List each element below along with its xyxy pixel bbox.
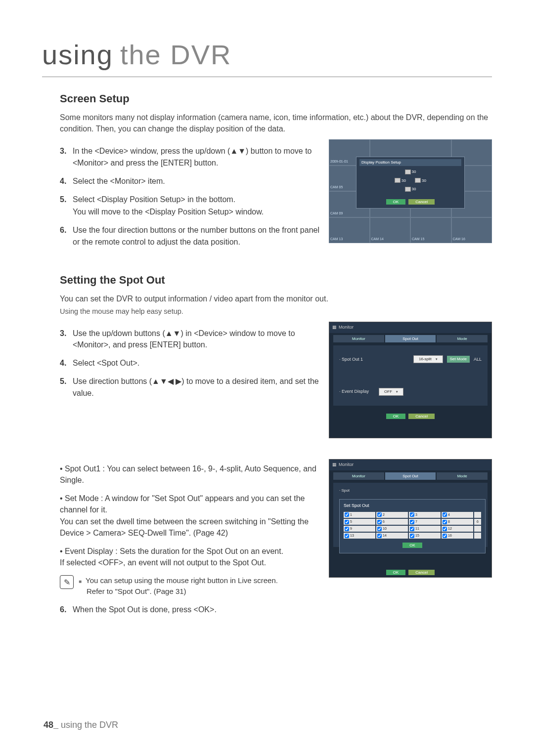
- checkbox-icon[interactable]: [410, 534, 414, 538]
- side-cell: 6: [474, 519, 481, 525]
- step: 4.Select <Spot Out>.: [60, 357, 320, 369]
- event-display-dropdown[interactable]: OFF: [379, 388, 403, 396]
- spot-out-intro: You can set the DVR to output informatio…: [60, 293, 492, 304]
- checkbox-icon[interactable]: [377, 520, 382, 524]
- monitor-tabs: Monitor Spot Out Mode: [333, 335, 488, 343]
- spot-out-1-dropdown[interactable]: 16-split: [413, 355, 443, 363]
- screen-setup-steps: 3.In the <Device> window, press the up/d…: [60, 145, 320, 247]
- dps-dialog-title: Display Position Setup: [359, 159, 461, 166]
- tab-spot-out[interactable]: Spot Out: [385, 335, 436, 343]
- page-title-rule: using the DVR: [42, 35, 492, 77]
- page-footer: 48_ using the DVR: [44, 718, 118, 731]
- display-position-setup-mock: 2009-01-01 2009-01-01 00:00:25 CAM 05 CA…: [329, 139, 492, 243]
- bullet: Set Mode : A window for "Set Spot Out" a…: [60, 493, 320, 539]
- checkbox-icon[interactable]: [377, 512, 382, 517]
- channel-checkbox[interactable]: 15: [409, 533, 441, 539]
- channel-checkbox[interactable]: 12: [442, 526, 473, 532]
- checkbox-icon[interactable]: [345, 520, 349, 524]
- checkbox-icon[interactable]: [345, 527, 349, 531]
- bullet: Spot Out1 : You can select between 16-, …: [60, 463, 320, 486]
- checkbox-icon[interactable]: [410, 527, 414, 531]
- tab-monitor-2[interactable]: Monitor: [333, 472, 384, 480]
- channel-checkbox[interactable]: 10: [376, 526, 408, 532]
- channel-checkbox[interactable]: 1: [344, 512, 375, 518]
- side-cell: [474, 533, 481, 539]
- arrow-up-icon[interactable]: [405, 169, 411, 174]
- title-rest: the DVR: [120, 35, 232, 75]
- side-cell: [474, 512, 481, 518]
- bullet: Event Display : Sets the duration for th…: [60, 546, 320, 568]
- channel-checkbox[interactable]: 11: [409, 526, 441, 532]
- screen-setup-heading: Screen Setup: [60, 91, 492, 107]
- dps-dialog[interactable]: Display Position Setup 30 30 30 30 OK Ca…: [356, 157, 465, 209]
- spot-out-step6: 6.When the Spot Out is done, press <OK>.: [60, 604, 320, 615]
- set-spot-out-mock: ▦ Monitor Monitor Spot Out Mode · Spot ·…: [329, 459, 492, 578]
- set-mode-button[interactable]: Set Mode: [447, 356, 470, 363]
- footer-label: using the DVR: [61, 720, 118, 730]
- spot-out-ok-button[interactable]: OK: [386, 414, 406, 419]
- step: 3.Use the up/down buttons (▲▼) in <Devic…: [60, 328, 320, 350]
- step: 6.Use the four direction buttons or the …: [60, 224, 320, 247]
- title-prefix: using: [42, 35, 113, 75]
- tab-spot-out-2[interactable]: Spot Out: [385, 472, 436, 480]
- channel-checkbox[interactable]: 7: [409, 519, 441, 525]
- dps-ok-button[interactable]: OK: [386, 199, 406, 205]
- step: 5.Use direction buttons (▲▼◀ ▶) to move …: [60, 376, 320, 398]
- tab-mode[interactable]: Mode: [437, 335, 488, 343]
- monitor-icon: ▦: [332, 462, 337, 468]
- spot-out-heading: Setting the Spot Out: [60, 272, 492, 288]
- checkbox-icon[interactable]: [443, 534, 447, 538]
- tab-monitor[interactable]: Monitor: [333, 335, 384, 343]
- tab-mode-2[interactable]: Mode: [437, 472, 488, 480]
- spot-out-panel-mock: ▦ Monitor Monitor Spot Out Mode · Spot O…: [329, 322, 492, 438]
- mouse-note: Using the mouse may help easy setup.: [60, 306, 492, 317]
- step: 4.Select the <Monitor> item.: [60, 175, 320, 187]
- channel-checkbox[interactable]: 4: [442, 512, 473, 518]
- checkbox-icon[interactable]: [345, 534, 349, 538]
- note-icon: ✎: [60, 575, 74, 589]
- step: 6.When the Spot Out is done, press <OK>.: [60, 604, 320, 615]
- spot-out-bullets: Spot Out1 : You can select between 16-, …: [60, 463, 320, 569]
- spot-out-steps: 3.Use the up/down buttons (▲▼) in <Devic…: [60, 328, 320, 399]
- checkbox-icon[interactable]: [410, 512, 414, 517]
- arrow-left-icon[interactable]: [395, 178, 400, 183]
- page-title: using the DVR: [42, 35, 492, 75]
- arrow-right-icon[interactable]: [415, 178, 421, 183]
- sso-ok-button[interactable]: OK: [402, 543, 422, 548]
- checkbox-icon[interactable]: [345, 512, 349, 517]
- screen-setup-intro: Some monitors many not display informati…: [60, 112, 492, 134]
- channel-checkbox[interactable]: 14: [376, 533, 408, 539]
- channel-checkbox[interactable]: 5: [344, 519, 375, 525]
- channel-checkbox[interactable]: 6: [376, 519, 408, 525]
- page-number: 48_: [44, 720, 58, 730]
- side-cell: [474, 526, 481, 532]
- checkbox-icon[interactable]: [443, 512, 447, 517]
- spot-out-panel-body: · Spot Out 1 16-split Set Mode ALL · Eve…: [333, 345, 488, 405]
- channel-checkbox[interactable]: 16: [442, 533, 473, 539]
- checkbox-icon[interactable]: [410, 520, 414, 524]
- checkbox-icon[interactable]: [443, 527, 447, 531]
- tip-row: ✎ ■You can setup using the mouse right b…: [60, 575, 320, 597]
- spot-out-cancel-button[interactable]: Cancel: [408, 414, 435, 419]
- monitor-window-title-2: ▦ Monitor: [329, 460, 491, 470]
- bullet-square-icon: ■: [79, 579, 82, 584]
- channel-checkbox[interactable]: 8: [442, 519, 473, 525]
- set-spot-out-dialog[interactable]: Set Spot Out 123456786910111213141516 OK: [339, 499, 486, 554]
- spot-out2-ok-button[interactable]: OK: [386, 570, 406, 575]
- channel-checkbox[interactable]: 3: [409, 512, 441, 518]
- channel-checkbox[interactable]: 9: [344, 526, 375, 532]
- monitor-window-title: ▦ Monitor: [329, 322, 491, 333]
- channel-checkbox[interactable]: 13: [344, 533, 375, 539]
- spot-out2-cancel-button[interactable]: Cancel: [408, 570, 435, 575]
- channel-checkbox[interactable]: 2: [376, 512, 408, 518]
- monitor-icon: ▦: [332, 324, 337, 331]
- checkbox-icon[interactable]: [377, 534, 382, 538]
- checkbox-icon[interactable]: [377, 527, 382, 531]
- step: 3.In the <Device> window, press the up/d…: [60, 145, 320, 168]
- channel-grid: 123456786910111213141516: [344, 512, 481, 539]
- step: 5.Select <Display Position Setup> in the…: [60, 194, 320, 217]
- checkbox-icon[interactable]: [443, 520, 447, 524]
- arrow-down-icon[interactable]: [405, 187, 411, 192]
- dps-cancel-button[interactable]: Cancel: [408, 199, 435, 205]
